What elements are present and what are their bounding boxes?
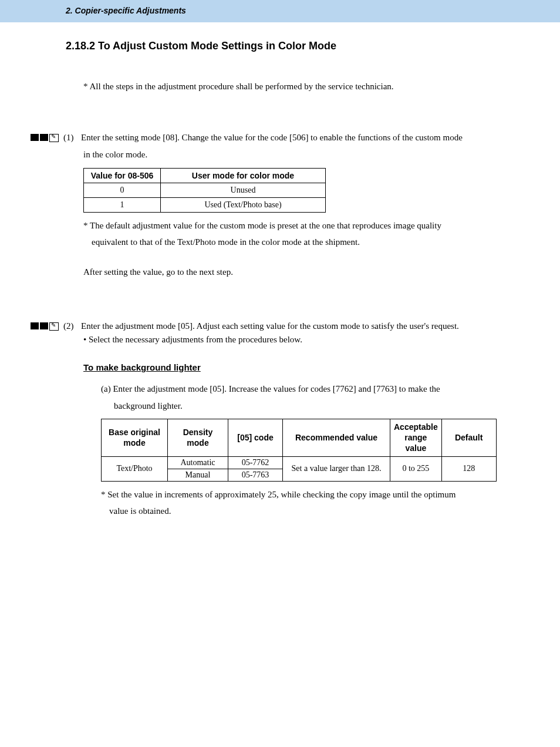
header-bar: 2. Copier-specific Adjustments	[0, 0, 560, 22]
step-2-num: (2)	[63, 321, 81, 331]
section-heading: 2.18.2 To Adjust Custom Mode Settings in…	[66, 40, 528, 52]
cell: 05-7763	[228, 469, 283, 481]
table1-footnote: * The default adjustment value for the c…	[83, 217, 528, 251]
rect-icon	[40, 134, 48, 141]
rect-icon	[40, 322, 48, 329]
table-row: 0 Unused	[84, 183, 326, 197]
step-2-bullet: • Select the necessary adjustments from …	[83, 335, 528, 345]
step-2-text: (2)Enter the adjustment mode [05]. Adjus…	[63, 321, 528, 331]
substep-line2: background lighter.	[114, 401, 183, 410]
table-color-mode: Value for 08-506 User mode for color mod…	[83, 168, 326, 213]
pen-icon	[49, 322, 59, 331]
footnote-line2: equivalent to that of the Text/Photo mod…	[92, 237, 360, 247]
step-1-num: (1)	[63, 133, 81, 143]
section-title: To Adjust Custom Mode Settings in Color …	[98, 40, 336, 52]
substep-a: (a) Enter the adjustment mode [05]. Incr…	[101, 381, 528, 414]
step-2: (2)Enter the adjustment mode [05]. Adjus…	[66, 321, 528, 331]
t2-h2: Density mode	[168, 419, 228, 457]
cell: 05-7762	[228, 456, 283, 469]
cell-default: 128	[441, 456, 496, 481]
cell-range: 0 to 255	[390, 456, 442, 481]
step-1: (1)Enter the setting mode [08]. Change t…	[66, 133, 528, 143]
table-row: Text/Photo Automatic 05-7762 Set a value…	[102, 456, 497, 469]
section-number: 2.18.2	[66, 40, 95, 52]
step-1-cont: in the color mode.	[83, 146, 528, 163]
table1-header-1: Value for 08-506	[84, 168, 161, 183]
breadcrumb: 2. Copier-specific Adjustments	[66, 6, 186, 15]
t2-h3: [05] code	[228, 419, 283, 457]
t2-h6: Default	[441, 419, 496, 457]
cell: Used (Text/Photo base)	[161, 197, 326, 212]
cell-base-mode: Text/Photo	[102, 456, 168, 481]
step-1-body: Enter the setting mode [08]. Change the …	[81, 133, 463, 142]
page-content: 2.18.2 To Adjust Custom Mode Settings in…	[0, 22, 560, 544]
intro-note: * All the steps in the adjustment proced…	[83, 82, 528, 92]
t2-h5: Acceptable range value	[390, 419, 442, 457]
step-icons	[31, 134, 59, 142]
step-icons	[31, 322, 59, 331]
cell: Unused	[161, 183, 326, 197]
footnote-line1: * The default adjustment value for the c…	[83, 221, 441, 230]
table1-header-2: User mode for color mode	[161, 168, 326, 183]
step-1-text: (1)Enter the setting mode [08]. Change t…	[63, 133, 528, 143]
t2-h1: Base original mode	[102, 419, 168, 457]
table-adjustment: Base original mode Density mode [05] cod…	[101, 419, 497, 482]
step-2-body: Enter the adjustment mode [05]. Adjust e…	[81, 321, 459, 331]
cell: Automatic	[168, 456, 228, 469]
t2-note-line1: * Set the value in increments of approxi…	[101, 490, 456, 499]
pen-icon	[49, 134, 59, 142]
cell: 0	[84, 183, 161, 197]
rect-icon	[31, 322, 39, 329]
cell: Manual	[168, 469, 228, 481]
rect-icon	[31, 134, 39, 141]
table-row: 1 Used (Text/Photo base)	[84, 197, 326, 212]
substep-line1: (a) Enter the adjustment mode [05]. Incr…	[101, 384, 440, 393]
t2-note-line2: value is obtained.	[109, 506, 171, 516]
subheading: To make background lighter	[83, 362, 528, 372]
cell: 1	[84, 197, 161, 212]
t2-h4: Recommended value	[283, 419, 390, 457]
after-setting: After setting the value, go to the next …	[83, 264, 528, 281]
cell-rec: Set a value larger than 128.	[283, 456, 390, 481]
table2-footnote: * Set the value in increments of approxi…	[101, 486, 528, 520]
